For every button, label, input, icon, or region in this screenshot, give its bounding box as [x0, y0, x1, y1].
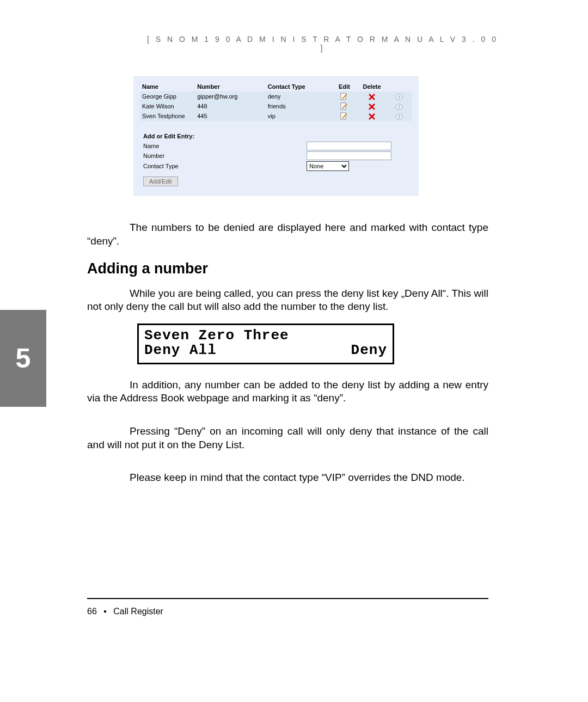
table-row: Kate Wilson 448 friends ? [140, 101, 412, 111]
svg-text:?: ? [397, 114, 400, 119]
number-label: Number [143, 152, 307, 159]
form-title: Add or Edit Entry: [143, 133, 412, 139]
edit-icon[interactable] [340, 112, 348, 119]
lcd-softkey-right: Deny [351, 343, 387, 358]
number-field[interactable] [307, 151, 391, 160]
add-edit-form: Add or Edit Entry: Name Number Contact T… [140, 133, 412, 186]
address-book-panel: Name Number Contact Type Edit Delete Geo… [133, 76, 419, 196]
delete-icon[interactable] [369, 103, 375, 109]
body-paragraph: In addition, any number can be added to … [87, 379, 488, 405]
heading-adding-number: Adding a number [87, 260, 488, 277]
svg-text:?: ? [397, 105, 400, 109]
body-paragraph: Please keep in mind that the contact typ… [87, 471, 488, 485]
col-delete: Delete [358, 82, 386, 91]
name-field[interactable] [307, 142, 391, 150]
contact-type-label: Contact Type [143, 163, 307, 169]
page-number: 66 [87, 607, 97, 616]
table-row: George Gipp gipper@hw.org deny ? [140, 91, 412, 101]
help-icon[interactable]: ? [395, 103, 403, 109]
cell-number: 448 [195, 101, 266, 111]
footer-rule [87, 598, 488, 599]
table-row: Sven Testphone 445 vip ? [140, 111, 412, 121]
lcd-line1: Seven Zero Three [144, 328, 387, 343]
help-icon[interactable]: ? [395, 113, 403, 119]
body-paragraph: While you are being called, you can pres… [87, 287, 488, 314]
page-header: [ S N O M 1 9 0 A D M I N I S T R A T O … [144, 35, 501, 52]
contact-type-select[interactable]: None [307, 161, 349, 171]
lcd-softkey-left: Deny All [144, 343, 217, 358]
help-icon[interactable]: ? [395, 93, 403, 100]
edit-icon[interactable] [340, 93, 348, 99]
footer-section: Call Register [113, 607, 163, 616]
delete-icon[interactable] [369, 93, 375, 100]
address-book-table: Name Number Contact Type Edit Delete Geo… [140, 82, 412, 121]
cell-name: Sven Testphone [140, 111, 195, 121]
body-paragraph: The numbers to be denied are displayed h… [87, 221, 488, 248]
edit-icon[interactable] [340, 102, 348, 109]
cell-name: George Gipp [140, 91, 195, 101]
svg-text:?: ? [397, 95, 400, 100]
body-paragraph: Pressing “Deny” on an incoming call will… [87, 425, 488, 451]
cell-ctype: friends [266, 101, 330, 111]
delete-icon[interactable] [369, 113, 375, 119]
col-number: Number [195, 82, 266, 91]
name-label: Name [143, 143, 307, 149]
col-edit: Edit [330, 82, 358, 91]
cell-name: Kate Wilson [140, 101, 195, 111]
cell-ctype: vip [266, 111, 330, 121]
lcd-display: Seven Zero Three Deny All Deny [137, 323, 394, 364]
col-ctype: Contact Type [266, 82, 330, 91]
footer-bullet: • [99, 607, 111, 616]
col-name: Name [140, 82, 195, 91]
cell-ctype: deny [266, 91, 330, 101]
page-footer: 66 • Call Register [87, 607, 163, 616]
add-edit-button[interactable]: Add/Edit [143, 176, 178, 186]
cell-number: gipper@hw.org [195, 91, 266, 101]
chapter-tab: 5 [0, 310, 46, 407]
cell-number: 445 [195, 111, 266, 121]
